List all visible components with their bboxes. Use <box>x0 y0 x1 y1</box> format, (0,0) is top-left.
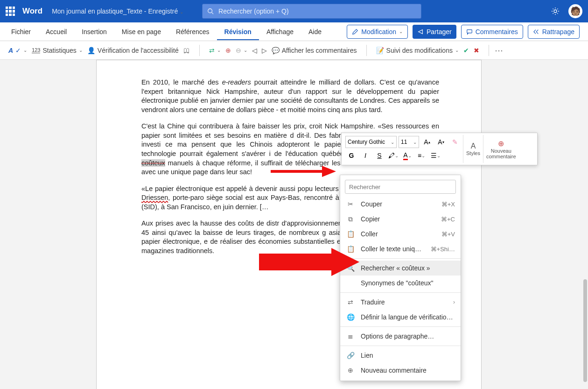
paste-special-icon: 📋 <box>346 245 355 253</box>
chevron-down-icon: ⌄ <box>180 9 183 14</box>
translate-icon: ⇄ <box>346 298 355 306</box>
highlight-button[interactable]: 🖍⌄ <box>387 149 399 162</box>
avatar[interactable]: 🧑🏽 <box>568 4 582 18</box>
catchup-icon <box>533 28 539 35</box>
ctx-search-word[interactable]: 🔍 Rechercher « coûteux » <box>340 261 461 276</box>
ribbon-tabs: Fichier Accueil Insertion Mise en page R… <box>0 22 588 41</box>
next-comment-button[interactable]: ▷ <box>262 47 267 54</box>
app-launcher-icon[interactable] <box>6 7 15 16</box>
svg-point-0 <box>208 9 212 13</box>
search-icon <box>207 8 214 14</box>
more-button[interactable]: ⋯ <box>495 45 503 56</box>
delete-comment-button[interactable]: ⊖⌄ <box>236 47 247 54</box>
font-select[interactable]: Century Gothic⌄ <box>345 136 397 148</box>
track-changes-button[interactable]: 📝Suivi des modifications⌄ <box>376 47 459 54</box>
comments-button[interactable]: Commentaires <box>461 25 523 39</box>
document-title[interactable]: Mon journal en plastique_Texte - Enregis… <box>52 7 183 15</box>
ctx-copy[interactable]: ⧉ Copier ⌘+C <box>340 212 461 226</box>
tab-references[interactable]: Références <box>168 23 217 40</box>
font-size-select[interactable]: 11⌄ <box>399 136 419 148</box>
ctx-synonyms[interactable]: Synonymes de "coûteux" <box>340 276 461 290</box>
title-bar-right: 🧑🏽 <box>551 4 582 18</box>
editor-button[interactable]: A✓⌄ <box>8 47 27 54</box>
link-icon: 🔗 <box>346 352 355 359</box>
chevron-down-icon: ⌄ <box>399 29 403 34</box>
accept-button[interactable]: ✔ <box>463 47 469 54</box>
shrink-font-icon[interactable]: A▾ <box>435 136 447 148</box>
search-input[interactable]: Rechercher (option + Q) <box>202 4 421 19</box>
ctx-paragraph-options[interactable]: ≣ Options de paragraphe… <box>340 329 461 344</box>
comment-add-icon: ⊕ <box>346 367 355 374</box>
tab-mise-en-page[interactable]: Mise en page <box>114 23 168 40</box>
paragraph-icon: ≣ <box>346 332 355 340</box>
ctx-link[interactable]: 🔗 Lien <box>340 348 461 363</box>
title-bar: Word Mon journal en plastique_Texte - En… <box>0 0 588 22</box>
grow-font-icon[interactable]: A▴ <box>421 136 433 148</box>
bold-button[interactable]: G <box>345 149 357 162</box>
scrollbar[interactable] <box>582 60 587 387</box>
share-button[interactable]: Partager <box>413 25 456 39</box>
app-name: Word <box>22 7 42 16</box>
ctx-cut[interactable]: ✂ Couper ⌘+X <box>340 197 461 212</box>
tab-fichier[interactable]: Fichier <box>4 23 38 40</box>
show-comments-button[interactable]: 💬Afficher les commentaires <box>272 47 357 54</box>
search-icon: 🔍 <box>346 264 355 272</box>
tab-affichage[interactable]: Affichage <box>259 23 301 40</box>
copy-icon: ⧉ <box>346 215 355 223</box>
ctx-paste[interactable]: 📋 Coller ⌘+V <box>340 226 461 241</box>
modification-button[interactable]: Modification ⌄ <box>347 25 408 39</box>
ctx-paste-special[interactable]: 📋 Coller le texte uniq… ⌘+Shi… <box>340 241 461 256</box>
prev-comment-button[interactable]: ◁ <box>252 47 257 54</box>
svg-point-2 <box>554 10 557 13</box>
translate-button[interactable]: ⇄⌄ <box>209 47 221 54</box>
ctx-translate[interactable]: ⇄ Traduire › <box>340 295 461 310</box>
gear-icon[interactable] <box>551 7 560 16</box>
comment-icon <box>466 28 473 35</box>
context-search[interactable] <box>345 180 456 194</box>
bullets-button[interactable]: ≡⌄ <box>415 149 427 162</box>
underline-button[interactable]: S <box>373 149 385 162</box>
share-icon <box>417 28 424 35</box>
tab-accueil[interactable]: Accueil <box>38 23 74 40</box>
review-toolbar: A✓⌄ 123Statistiques⌄ 👤Vérification de l'… <box>0 41 588 60</box>
selected-text[interactable]: coûteux <box>141 159 165 167</box>
chevron-right-icon: › <box>453 299 455 305</box>
format-painter-icon[interactable]: ✎ <box>449 136 461 148</box>
read-aloud-button[interactable]: 🕮 <box>183 47 190 54</box>
new-comment-ribbon-button[interactable]: ⊕ <box>225 47 231 54</box>
paste-icon: 📋 <box>346 230 355 238</box>
catchup-button[interactable]: Rattrapage <box>528 25 580 39</box>
tab-revision[interactable]: Révision <box>217 23 259 40</box>
reject-button[interactable]: ✖ <box>474 47 479 54</box>
numbering-button[interactable]: ☰⌄ <box>429 149 441 162</box>
document-area: En 2010, le marché des e-readers pourrai… <box>0 60 588 389</box>
pen-icon <box>352 28 358 35</box>
stats-button[interactable]: 123Statistiques⌄ <box>32 47 83 54</box>
styles-button[interactable]: A Styles <box>463 135 483 163</box>
italic-button[interactable]: I <box>359 149 371 162</box>
tab-insertion[interactable]: Insertion <box>74 23 114 40</box>
cut-icon: ✂ <box>346 200 355 208</box>
globe-icon: 🌐 <box>346 313 355 321</box>
mini-toolbar: Century Gothic⌄ 11⌄ A▴ A▾ ✎ G I S 🖍⌄ A⌄ … <box>341 133 538 165</box>
paragraph-1: En 2010, le marché des e-readers pourrai… <box>141 78 439 114</box>
tab-aide[interactable]: Aide <box>301 23 329 40</box>
context-menu: ✂ Couper ⌘+X ⧉ Copier ⌘+C 📋 Coller ⌘+V 📋… <box>340 175 461 381</box>
scrollbar-thumb[interactable] <box>583 279 587 382</box>
svg-line-1 <box>212 13 214 14</box>
new-comment-mini-button[interactable]: ⊕ Nouveau commentaire <box>483 135 519 163</box>
ctx-new-comment[interactable]: ⊕ Nouveau commentaire <box>340 363 461 378</box>
accessibility-button[interactable]: 👤Vérification de l'accessibilité <box>87 47 179 54</box>
ctx-set-language[interactable]: 🌐 Définir la langue de vérification… <box>340 310 461 325</box>
context-search-input[interactable] <box>345 180 456 194</box>
font-color-button[interactable]: A⌄ <box>401 149 413 162</box>
svg-rect-3 <box>467 29 472 33</box>
